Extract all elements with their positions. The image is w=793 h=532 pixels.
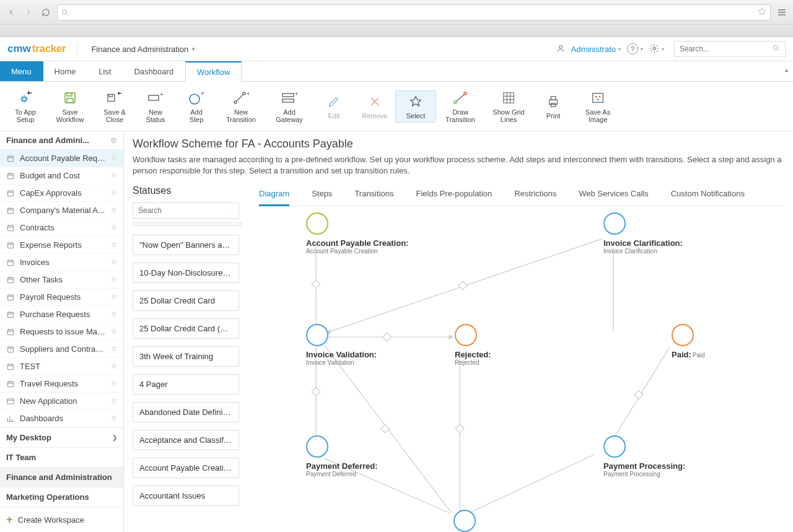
status-pill[interactable]: 25 Dollar Credit Card (Moc... (133, 318, 239, 339)
status-pill[interactable]: 4 Pager (133, 374, 239, 395)
gear-icon[interactable]: ⚙ (111, 345, 117, 353)
ribbon-draw-transition[interactable]: Draw Transition (436, 87, 484, 126)
sidebar-section-it-team[interactable]: IT Team (0, 447, 123, 467)
sidebar-item[interactable]: New Application⚙ (0, 393, 123, 410)
statuses-search[interactable] (133, 203, 239, 219)
subtab-webservices[interactable]: Web Services Calls (579, 185, 648, 206)
node-rejected[interactable]: Rejected: Rejected (455, 324, 491, 366)
node-bottom[interactable] (453, 510, 476, 532)
gear-icon[interactable]: ⚙ (111, 293, 117, 301)
sidebar-item[interactable]: TEST⚙ (0, 358, 123, 375)
ribbon-add-gateway[interactable]: + Add Gateway (265, 87, 313, 126)
gear-icon[interactable]: ⚙ (111, 328, 117, 336)
browser-back[interactable] (5, 6, 17, 19)
ribbon-new-status[interactable]: + New Status (135, 87, 176, 126)
status-pill[interactable]: Acceptance and Classificati... (133, 430, 239, 450)
gear-icon[interactable]: ⚙ (111, 310, 117, 318)
browser-reload[interactable] (40, 6, 52, 19)
tab-menu[interactable]: Menu (0, 61, 43, 81)
browser-forward[interactable] (22, 6, 35, 19)
sidebar-header[interactable]: Finance and Admini... ⚙ (0, 131, 123, 150)
star-icon[interactable] (758, 7, 766, 17)
ribbon-to-app-setup[interactable]: To App Setup (5, 87, 46, 126)
tab-dashboard[interactable]: Dashboard (123, 61, 185, 81)
subtab-steps[interactable]: Steps (312, 185, 332, 206)
node-paid[interactable]: Paid:Paid (672, 324, 705, 359)
gear-icon[interactable]: ⚙ (111, 189, 117, 197)
gear-icon[interactable]: ⚙ (111, 414, 117, 422)
ribbon-select[interactable]: Select (395, 90, 436, 123)
sidebar-item[interactable]: Suppliers and Contrac...⚙ (0, 341, 123, 358)
gear-icon[interactable]: ⚙ (111, 380, 117, 388)
sidebar-item[interactable]: Travel Requests⚙ (0, 375, 123, 393)
browser-url-bar[interactable] (57, 4, 771, 20)
create-workspace[interactable]: + Create Workspace (0, 507, 123, 532)
global-search[interactable] (674, 41, 786, 57)
gear-icon[interactable]: ⚙ (111, 206, 117, 214)
gear-icon[interactable] (649, 43, 659, 55)
gear-icon[interactable]: ⚙ (111, 258, 117, 266)
status-pill[interactable]: Accountant Issues (133, 486, 239, 506)
user-name[interactable]: Administrato (571, 45, 616, 54)
sidebar-section-marketing[interactable]: Marketing Operations (0, 487, 123, 507)
gear-icon[interactable]: ⚙ (111, 224, 117, 232)
gear-icon[interactable]: ⚙ (110, 136, 117, 145)
sidebar-item[interactable]: Purchase Requests⚙ (0, 306, 123, 323)
sidebar-item[interactable]: Other Tasks⚙ (0, 271, 123, 289)
sidebar-item[interactable]: Dashboards⚙ (0, 410, 123, 427)
gear-icon[interactable]: ⚙ (111, 154, 117, 162)
workflow-canvas[interactable]: Account Payable Creation: Account Payabl… (256, 206, 784, 532)
gear-icon[interactable]: ⚙ (111, 276, 117, 284)
sidebar-item[interactable]: Account Payable Requ...⚙ (0, 150, 123, 167)
ribbon-add-step[interactable]: + Add Step (176, 87, 217, 126)
ribbon-print[interactable]: Print (533, 91, 574, 122)
ribbon-edit[interactable]: Edit (313, 91, 354, 122)
status-pill[interactable]: 10-Day Non-Disclosure Init... (133, 263, 239, 283)
tab-home[interactable]: Home (43, 61, 88, 81)
ribbon-save-close[interactable]: Save & Close (94, 87, 135, 126)
ribbon-new-transition[interactable]: + New Transition (217, 87, 265, 126)
sidebar-item[interactable]: Company's Material A...⚙ (0, 202, 123, 219)
global-search-input[interactable] (680, 45, 773, 53)
sidebar-item[interactable]: Requests to issue Mat...⚙ (0, 323, 123, 341)
sidebar-item[interactable]: Budget and Cost⚙ (0, 167, 123, 185)
node-invoice-validation[interactable]: Invoice Validation: Invoice Validation (306, 324, 377, 366)
sidebar-section-fin-admin[interactable]: Finance and Administration (0, 467, 123, 487)
subtab-transitions[interactable]: Transitions (354, 185, 393, 206)
subtab-restrictions[interactable]: Restrictions (514, 185, 556, 206)
sidebar-item[interactable]: Expense Reports⚙ (0, 237, 123, 254)
chevron-down-icon[interactable]: ▾ (618, 46, 621, 52)
subtab-notifications[interactable]: Custom Notifications (671, 185, 745, 206)
subtab-fields[interactable]: Fields Pre-population (416, 185, 492, 206)
tab-workflow[interactable]: Workflow (185, 61, 242, 82)
status-pill[interactable]: 3th Week of Training (133, 346, 239, 367)
ribbon-show-grid[interactable]: Show Grid Lines (484, 87, 533, 126)
statuses-search-input[interactable] (138, 206, 231, 215)
node-payment-deferred[interactable]: Payment Deferred: Payment Deferred (306, 435, 378, 477)
help-icon[interactable]: ? (627, 43, 638, 55)
chevron-down-icon[interactable]: ▾ (662, 46, 664, 52)
sidebar-item[interactable]: CapEx Approvals⚙ (0, 185, 123, 202)
status-pill[interactable]: Abandoned Date Definition (133, 402, 239, 422)
collapse-icon[interactable]: ▴ (785, 66, 788, 73)
subtab-diagram[interactable]: Diagram (259, 185, 289, 206)
gear-icon[interactable]: ⚙ (111, 397, 117, 405)
workspace-dropdown[interactable]: Finance and Administration ▾ (91, 45, 195, 54)
status-pill[interactable]: Account Payable Creation (133, 458, 239, 478)
sidebar-item[interactable]: Payroll Requests⚙ (0, 289, 123, 306)
status-pill[interactable]: 25 Dollar Credit Card (133, 290, 239, 311)
node-payment-processing[interactable]: Payment Processing: Payment Processing (603, 435, 685, 477)
ribbon-save-image[interactable]: Save As Image (574, 87, 622, 126)
sidebar-section-my-desktop[interactable]: My Desktop ❯ (0, 427, 123, 447)
node-account-payable-creation[interactable]: Account Payable Creation: Account Payabl… (306, 212, 408, 255)
chevron-down-icon[interactable]: ▾ (641, 46, 643, 52)
sidebar-item[interactable]: Contracts⚙ (0, 219, 123, 237)
ribbon-save-workflow[interactable]: Save Workflow (46, 87, 94, 126)
browser-menu-icon[interactable] (776, 7, 788, 17)
gear-icon[interactable]: ⚙ (111, 362, 117, 370)
tab-list[interactable]: List (87, 61, 123, 81)
ribbon-remove[interactable]: Remove (354, 91, 395, 122)
gear-icon[interactable]: ⚙ (111, 172, 117, 180)
node-invoice-clarification[interactable]: Invoice Clarification: Invoice Clarifica… (603, 212, 683, 255)
gear-icon[interactable]: ⚙ (111, 241, 117, 249)
